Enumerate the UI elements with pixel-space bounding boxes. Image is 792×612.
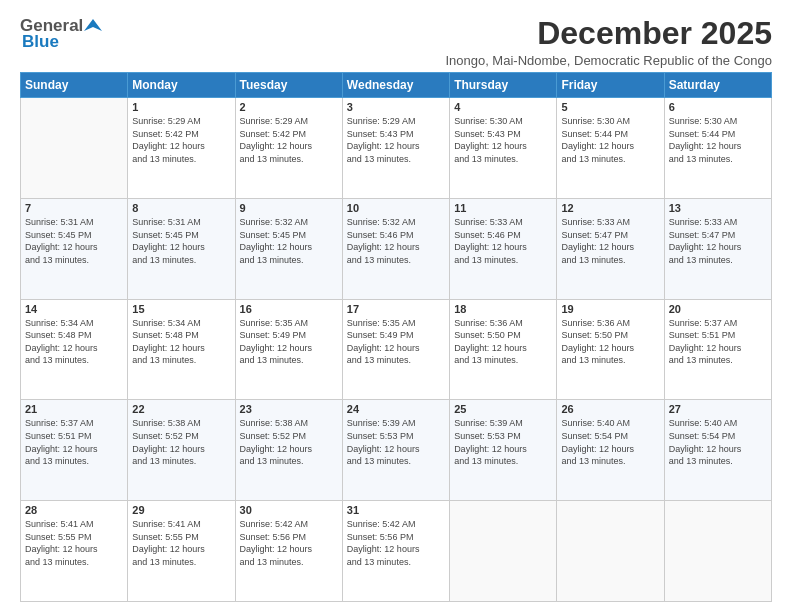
day-info: Sunrise: 5:39 AM Sunset: 5:53 PM Dayligh… bbox=[454, 417, 552, 467]
calendar-cell: 5Sunrise: 5:30 AM Sunset: 5:44 PM Daylig… bbox=[557, 98, 664, 199]
calendar-cell bbox=[557, 501, 664, 602]
col-monday: Monday bbox=[128, 73, 235, 98]
logo-blue: Blue bbox=[22, 32, 59, 52]
calendar-cell: 27Sunrise: 5:40 AM Sunset: 5:54 PM Dayli… bbox=[664, 400, 771, 501]
calendar-cell bbox=[21, 98, 128, 199]
day-number: 11 bbox=[454, 202, 552, 214]
calendar-cell: 17Sunrise: 5:35 AM Sunset: 5:49 PM Dayli… bbox=[342, 299, 449, 400]
month-year: December 2025 bbox=[445, 16, 772, 51]
day-info: Sunrise: 5:38 AM Sunset: 5:52 PM Dayligh… bbox=[132, 417, 230, 467]
calendar-cell: 21Sunrise: 5:37 AM Sunset: 5:51 PM Dayli… bbox=[21, 400, 128, 501]
calendar-cell: 24Sunrise: 5:39 AM Sunset: 5:53 PM Dayli… bbox=[342, 400, 449, 501]
calendar-cell: 12Sunrise: 5:33 AM Sunset: 5:47 PM Dayli… bbox=[557, 198, 664, 299]
day-number: 8 bbox=[132, 202, 230, 214]
day-number: 30 bbox=[240, 504, 338, 516]
day-number: 25 bbox=[454, 403, 552, 415]
day-info: Sunrise: 5:30 AM Sunset: 5:44 PM Dayligh… bbox=[669, 115, 767, 165]
calendar-cell: 19Sunrise: 5:36 AM Sunset: 5:50 PM Dayli… bbox=[557, 299, 664, 400]
day-number: 23 bbox=[240, 403, 338, 415]
day-number: 10 bbox=[347, 202, 445, 214]
day-info: Sunrise: 5:30 AM Sunset: 5:43 PM Dayligh… bbox=[454, 115, 552, 165]
calendar-week-row: 21Sunrise: 5:37 AM Sunset: 5:51 PM Dayli… bbox=[21, 400, 772, 501]
title-block: December 2025 Inongo, Mai-Ndombe, Democr… bbox=[445, 16, 772, 68]
day-info: Sunrise: 5:33 AM Sunset: 5:47 PM Dayligh… bbox=[669, 216, 767, 266]
calendar-cell: 31Sunrise: 5:42 AM Sunset: 5:56 PM Dayli… bbox=[342, 501, 449, 602]
col-saturday: Saturday bbox=[664, 73, 771, 98]
calendar-cell: 3Sunrise: 5:29 AM Sunset: 5:43 PM Daylig… bbox=[342, 98, 449, 199]
day-info: Sunrise: 5:40 AM Sunset: 5:54 PM Dayligh… bbox=[561, 417, 659, 467]
calendar-table: Sunday Monday Tuesday Wednesday Thursday… bbox=[20, 72, 772, 602]
day-info: Sunrise: 5:41 AM Sunset: 5:55 PM Dayligh… bbox=[132, 518, 230, 568]
calendar-week-row: 7Sunrise: 5:31 AM Sunset: 5:45 PM Daylig… bbox=[21, 198, 772, 299]
page: General Blue December 2025 Inongo, Mai-N… bbox=[0, 0, 792, 612]
day-number: 16 bbox=[240, 303, 338, 315]
calendar-week-row: 1Sunrise: 5:29 AM Sunset: 5:42 PM Daylig… bbox=[21, 98, 772, 199]
day-info: Sunrise: 5:38 AM Sunset: 5:52 PM Dayligh… bbox=[240, 417, 338, 467]
day-number: 9 bbox=[240, 202, 338, 214]
calendar-cell: 11Sunrise: 5:33 AM Sunset: 5:46 PM Dayli… bbox=[450, 198, 557, 299]
day-info: Sunrise: 5:29 AM Sunset: 5:42 PM Dayligh… bbox=[132, 115, 230, 165]
calendar-cell bbox=[664, 501, 771, 602]
day-number: 4 bbox=[454, 101, 552, 113]
day-number: 29 bbox=[132, 504, 230, 516]
day-info: Sunrise: 5:42 AM Sunset: 5:56 PM Dayligh… bbox=[240, 518, 338, 568]
day-info: Sunrise: 5:41 AM Sunset: 5:55 PM Dayligh… bbox=[25, 518, 123, 568]
calendar-week-row: 14Sunrise: 5:34 AM Sunset: 5:48 PM Dayli… bbox=[21, 299, 772, 400]
day-info: Sunrise: 5:42 AM Sunset: 5:56 PM Dayligh… bbox=[347, 518, 445, 568]
calendar-cell: 22Sunrise: 5:38 AM Sunset: 5:52 PM Dayli… bbox=[128, 400, 235, 501]
col-tuesday: Tuesday bbox=[235, 73, 342, 98]
day-number: 13 bbox=[669, 202, 767, 214]
day-info: Sunrise: 5:29 AM Sunset: 5:42 PM Dayligh… bbox=[240, 115, 338, 165]
col-wednesday: Wednesday bbox=[342, 73, 449, 98]
col-sunday: Sunday bbox=[21, 73, 128, 98]
day-number: 2 bbox=[240, 101, 338, 113]
day-info: Sunrise: 5:35 AM Sunset: 5:49 PM Dayligh… bbox=[347, 317, 445, 367]
day-number: 1 bbox=[132, 101, 230, 113]
day-number: 28 bbox=[25, 504, 123, 516]
day-info: Sunrise: 5:37 AM Sunset: 5:51 PM Dayligh… bbox=[25, 417, 123, 467]
day-number: 19 bbox=[561, 303, 659, 315]
calendar-week-row: 28Sunrise: 5:41 AM Sunset: 5:55 PM Dayli… bbox=[21, 501, 772, 602]
day-info: Sunrise: 5:39 AM Sunset: 5:53 PM Dayligh… bbox=[347, 417, 445, 467]
day-number: 21 bbox=[25, 403, 123, 415]
day-info: Sunrise: 5:40 AM Sunset: 5:54 PM Dayligh… bbox=[669, 417, 767, 467]
calendar-cell: 15Sunrise: 5:34 AM Sunset: 5:48 PM Dayli… bbox=[128, 299, 235, 400]
calendar-cell: 20Sunrise: 5:37 AM Sunset: 5:51 PM Dayli… bbox=[664, 299, 771, 400]
day-info: Sunrise: 5:33 AM Sunset: 5:47 PM Dayligh… bbox=[561, 216, 659, 266]
calendar-cell: 16Sunrise: 5:35 AM Sunset: 5:49 PM Dayli… bbox=[235, 299, 342, 400]
location: Inongo, Mai-Ndombe, Democratic Republic … bbox=[445, 53, 772, 68]
svg-marker-0 bbox=[84, 19, 102, 31]
day-info: Sunrise: 5:35 AM Sunset: 5:49 PM Dayligh… bbox=[240, 317, 338, 367]
day-info: Sunrise: 5:34 AM Sunset: 5:48 PM Dayligh… bbox=[132, 317, 230, 367]
calendar-cell: 13Sunrise: 5:33 AM Sunset: 5:47 PM Dayli… bbox=[664, 198, 771, 299]
col-thursday: Thursday bbox=[450, 73, 557, 98]
day-info: Sunrise: 5:36 AM Sunset: 5:50 PM Dayligh… bbox=[454, 317, 552, 367]
day-info: Sunrise: 5:33 AM Sunset: 5:46 PM Dayligh… bbox=[454, 216, 552, 266]
calendar-cell: 28Sunrise: 5:41 AM Sunset: 5:55 PM Dayli… bbox=[21, 501, 128, 602]
day-info: Sunrise: 5:29 AM Sunset: 5:43 PM Dayligh… bbox=[347, 115, 445, 165]
day-number: 24 bbox=[347, 403, 445, 415]
calendar-header-row: Sunday Monday Tuesday Wednesday Thursday… bbox=[21, 73, 772, 98]
calendar-cell: 10Sunrise: 5:32 AM Sunset: 5:46 PM Dayli… bbox=[342, 198, 449, 299]
day-info: Sunrise: 5:30 AM Sunset: 5:44 PM Dayligh… bbox=[561, 115, 659, 165]
day-info: Sunrise: 5:32 AM Sunset: 5:46 PM Dayligh… bbox=[347, 216, 445, 266]
calendar-cell: 1Sunrise: 5:29 AM Sunset: 5:42 PM Daylig… bbox=[128, 98, 235, 199]
day-number: 6 bbox=[669, 101, 767, 113]
calendar-cell: 14Sunrise: 5:34 AM Sunset: 5:48 PM Dayli… bbox=[21, 299, 128, 400]
day-number: 20 bbox=[669, 303, 767, 315]
day-info: Sunrise: 5:36 AM Sunset: 5:50 PM Dayligh… bbox=[561, 317, 659, 367]
day-number: 27 bbox=[669, 403, 767, 415]
calendar-cell: 29Sunrise: 5:41 AM Sunset: 5:55 PM Dayli… bbox=[128, 501, 235, 602]
calendar-cell: 2Sunrise: 5:29 AM Sunset: 5:42 PM Daylig… bbox=[235, 98, 342, 199]
logo-bird-icon bbox=[84, 17, 102, 35]
day-info: Sunrise: 5:37 AM Sunset: 5:51 PM Dayligh… bbox=[669, 317, 767, 367]
col-friday: Friday bbox=[557, 73, 664, 98]
day-number: 5 bbox=[561, 101, 659, 113]
day-number: 7 bbox=[25, 202, 123, 214]
calendar-cell: 4Sunrise: 5:30 AM Sunset: 5:43 PM Daylig… bbox=[450, 98, 557, 199]
logo: General Blue bbox=[20, 16, 103, 52]
calendar-cell: 25Sunrise: 5:39 AM Sunset: 5:53 PM Dayli… bbox=[450, 400, 557, 501]
day-number: 22 bbox=[132, 403, 230, 415]
day-number: 31 bbox=[347, 504, 445, 516]
day-number: 26 bbox=[561, 403, 659, 415]
